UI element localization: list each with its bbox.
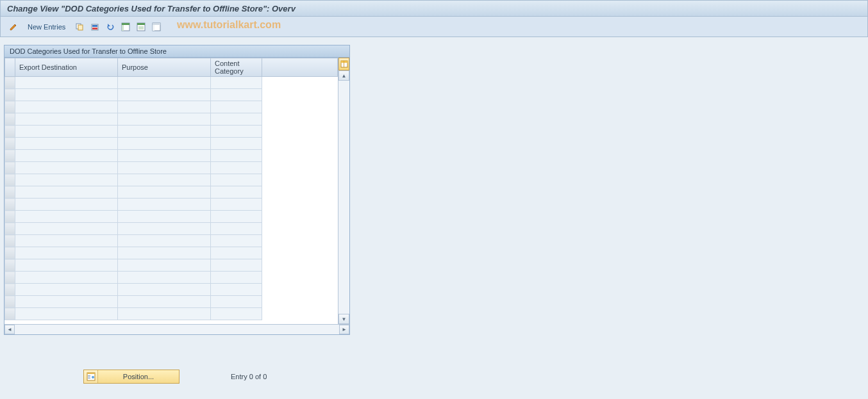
cell-purpose[interactable] [118,77,211,89]
undo-change-icon[interactable] [104,20,117,33]
table-row[interactable] [5,150,338,162]
cell-content-category[interactable] [211,235,262,247]
row-selector[interactable] [5,259,15,272]
cell-purpose[interactable] [118,138,211,150]
cell-export-destination[interactable] [15,138,118,150]
table-row[interactable] [5,77,338,89]
row-selector[interactable] [5,89,15,101]
row-selector[interactable] [5,126,15,138]
cell-purpose[interactable] [118,113,211,126]
data-grid[interactable]: Export Destination Purpose Content Categ… [4,58,338,320]
cell-content-category[interactable] [211,296,262,308]
cell-purpose[interactable] [118,126,211,138]
cell-content-category[interactable] [211,186,262,199]
row-selector[interactable] [5,308,15,320]
position-button[interactable]: Position... [83,370,179,384]
new-entries-button[interactable]: New Entries [22,22,71,32]
row-selector[interactable] [5,101,15,113]
cell-purpose[interactable] [118,162,211,174]
table-row[interactable] [5,186,338,199]
cell-purpose[interactable] [118,101,211,113]
cell-content-category[interactable] [211,89,262,101]
select-block-icon[interactable] [135,20,147,33]
cell-purpose[interactable] [118,247,211,259]
cell-purpose[interactable] [118,174,211,186]
cell-content-category[interactable] [211,211,262,223]
cell-content-category[interactable] [211,174,262,186]
toggle-display-change-icon[interactable] [7,20,20,33]
scroll-up-icon[interactable]: ▲ [338,70,349,81]
scroll-track-vertical[interactable] [338,81,349,314]
cell-export-destination[interactable] [15,113,118,126]
cell-export-destination[interactable] [15,259,118,272]
column-header-content-category[interactable]: Content Category [211,58,262,77]
cell-content-category[interactable] [211,259,262,272]
cell-export-destination[interactable] [15,162,118,174]
cell-export-destination[interactable] [15,308,118,320]
row-selector[interactable] [5,235,15,247]
scroll-right-icon[interactable]: ► [339,325,349,334]
cell-export-destination[interactable] [15,77,118,89]
cell-export-destination[interactable] [15,174,118,186]
horizontal-scrollbar[interactable]: ◄ ► [4,324,349,334]
cell-purpose[interactable] [118,308,211,320]
column-header-export-destination[interactable]: Export Destination [15,58,118,77]
table-row[interactable] [5,89,338,101]
table-row[interactable] [5,199,338,211]
table-row[interactable] [5,223,338,235]
cell-purpose[interactable] [118,186,211,199]
cell-export-destination[interactable] [15,284,118,296]
column-header-purpose[interactable]: Purpose [118,58,211,77]
cell-export-destination[interactable] [15,272,118,284]
select-all-column-header[interactable] [5,58,15,77]
scroll-left-icon[interactable]: ◄ [4,325,15,334]
cell-purpose[interactable] [118,223,211,235]
row-selector[interactable] [5,186,15,199]
row-selector[interactable] [5,296,15,308]
table-row[interactable] [5,138,338,150]
cell-purpose[interactable] [118,259,211,272]
cell-export-destination[interactable] [15,150,118,162]
table-row[interactable] [5,174,338,186]
copy-as-icon[interactable] [73,20,86,33]
table-row[interactable] [5,235,338,247]
select-all-icon[interactable] [119,20,132,33]
cell-content-category[interactable] [211,162,262,174]
cell-export-destination[interactable] [15,126,118,138]
cell-content-category[interactable] [211,223,262,235]
cell-purpose[interactable] [118,296,211,308]
table-row[interactable] [5,113,338,126]
cell-content-category[interactable] [211,138,262,150]
cell-purpose[interactable] [118,235,211,247]
delete-icon[interactable] [88,20,101,33]
table-row[interactable] [5,162,338,174]
cell-export-destination[interactable] [15,235,118,247]
cell-export-destination[interactable] [15,101,118,113]
table-row[interactable] [5,101,338,113]
cell-export-destination[interactable] [15,223,118,235]
cell-content-category[interactable] [211,247,262,259]
cell-export-destination[interactable] [15,247,118,259]
vertical-scrollbar[interactable]: ▲ ▼ [338,58,349,324]
table-row[interactable] [5,272,338,284]
cell-content-category[interactable] [211,308,262,320]
cell-content-category[interactable] [211,126,262,138]
cell-export-destination[interactable] [15,186,118,199]
cell-content-category[interactable] [211,150,262,162]
row-selector[interactable] [5,199,15,211]
cell-content-category[interactable] [211,77,262,89]
table-row[interactable] [5,259,338,272]
cell-export-destination[interactable] [15,296,118,308]
row-selector[interactable] [5,247,15,259]
table-row[interactable] [5,296,338,308]
cell-purpose[interactable] [118,150,211,162]
row-selector[interactable] [5,138,15,150]
row-selector[interactable] [5,162,15,174]
cell-content-category[interactable] [211,284,262,296]
cell-purpose[interactable] [118,89,211,101]
table-settings-icon[interactable] [338,58,349,70]
table-row[interactable] [5,126,338,138]
scroll-down-icon[interactable]: ▼ [338,314,349,324]
cell-content-category[interactable] [211,199,262,211]
cell-content-category[interactable] [211,113,262,126]
